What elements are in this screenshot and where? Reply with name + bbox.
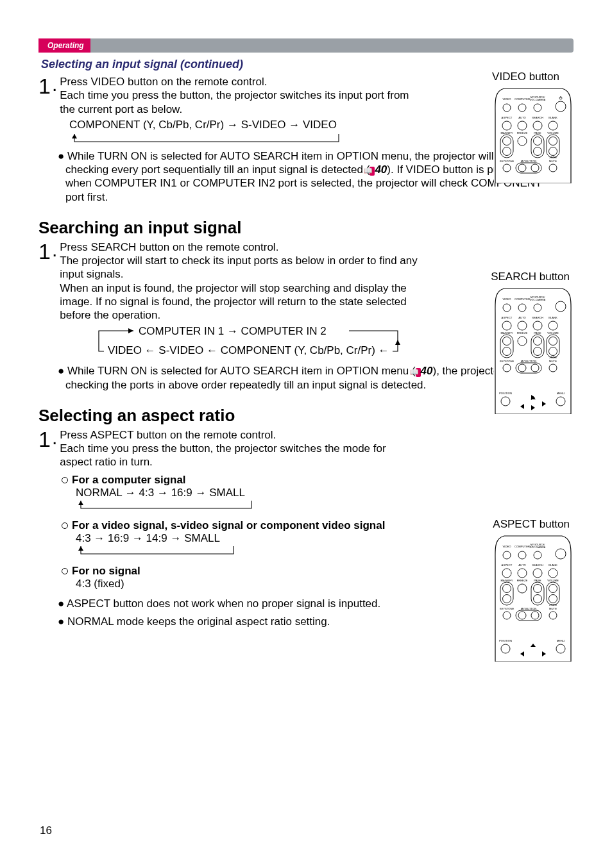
svg-text:COMPUTER IN 1 → COMPUTER IN 2: COMPUTER IN 1 → COMPUTER IN 2 — [139, 325, 327, 337]
svg-point-96 — [503, 595, 511, 603]
svg-text:VIDEO ← S-VIDEO ← COMPONENT (Y: VIDEO ← S-VIDEO ← COMPONENT (Y, Cb/Pb, C… — [108, 344, 389, 356]
svg-text:COMPUTER: COMPUTER — [514, 297, 530, 301]
svg-point-87 — [518, 551, 526, 559]
svg-point-50 — [503, 337, 511, 346]
svg-text:BLANK: BLANK — [548, 116, 557, 119]
svg-point-103 — [549, 595, 557, 603]
remote-label-search: SEARCH button — [491, 271, 570, 283]
section3-bullet1: ● ASPECT button does not work when no pr… — [58, 597, 552, 610]
svg-text:COMPUTER: COMPUTER — [514, 97, 530, 101]
svg-text:POSITION: POSITION — [499, 639, 512, 642]
svg-point-65 — [556, 397, 565, 406]
svg-point-12 — [534, 137, 542, 146]
section3-bullet2: ● NORMAL mode keeps the original aspect … — [58, 615, 552, 628]
svg-point-7 — [548, 121, 557, 130]
svg-text:KEYSTONE: KEYSTONE — [500, 360, 514, 363]
aspect-case-computer: For a computer signal — [62, 473, 574, 487]
svg-point-104 — [503, 612, 511, 619]
section2-title: Searching an input signal — [38, 218, 574, 238]
svg-text:MAGNIFY: MAGNIFY — [500, 579, 513, 582]
svg-point-57 — [549, 337, 557, 346]
svg-text:MUTE: MUTE — [549, 160, 557, 163]
chapter-bar: Operating — [38, 38, 574, 53]
svg-text:PAGE: PAGE — [534, 579, 541, 582]
svg-point-108 — [549, 612, 557, 619]
svg-text:ASPECT: ASPECT — [502, 316, 513, 319]
svg-point-64 — [501, 397, 510, 406]
svg-point-47 — [533, 321, 542, 330]
svg-text:FREEZE: FREEZE — [517, 579, 528, 582]
svg-text:BLANK: BLANK — [548, 563, 557, 567]
svg-text:MENU: MENU — [557, 639, 565, 642]
svg-text:MY BUTTON: MY BUTTON — [521, 360, 537, 363]
step-number: 1 — [38, 240, 51, 262]
svg-text:AUTO: AUTO — [518, 316, 526, 319]
svg-text:FREEZE: FREEZE — [517, 131, 528, 135]
svg-text:MAGNIFY: MAGNIFY — [500, 331, 513, 335]
bullet-circle-icon — [62, 568, 68, 574]
svg-point-91 — [518, 569, 527, 578]
step-number: 1 — [38, 428, 51, 450]
svg-point-100 — [534, 595, 542, 603]
svg-point-13 — [534, 147, 542, 156]
svg-text:AUTO: AUTO — [518, 116, 526, 119]
svg-point-41 — [503, 304, 511, 312]
svg-point-86 — [503, 551, 511, 559]
svg-point-51 — [503, 347, 511, 356]
svg-text:PAGE: PAGE — [534, 131, 541, 135]
section2-loop: COMPUTER IN 1 → COMPUTER IN 2 VIDEO ← S-… — [90, 324, 423, 360]
svg-text:VOLUME: VOLUME — [547, 579, 559, 582]
chapter-label: Operating — [38, 38, 90, 53]
svg-text:KEYSTONE: KEYSTONE — [500, 607, 514, 610]
book-icon: 📖 — [416, 368, 421, 377]
svg-text:POSITION: POSITION — [499, 392, 512, 395]
svg-text:PAGE: PAGE — [534, 331, 541, 335]
svg-point-15 — [549, 137, 557, 146]
svg-point-4 — [502, 121, 511, 130]
svg-text:VIDEO: VIDEO — [502, 545, 511, 548]
remote-diagram-3: VIDEOCOMPUTER MY SOURCE/DOC.CAMERA ASPEC… — [494, 535, 572, 662]
section1-loop-arrow — [69, 133, 377, 144]
svg-point-63 — [549, 364, 557, 372]
svg-text:ZOOM: ZOOM — [549, 356, 556, 359]
svg-point-17 — [503, 147, 511, 156]
remote-diagram-1: VIDEO COMPUTER MY SOURCE/ DOC.CAMERA ASP… — [494, 87, 572, 183]
section3-step1: 1 . Press ASPECT button on the remote co… — [38, 428, 574, 469]
subsection-heading: Selecting an input signal (continued) — [41, 58, 574, 71]
svg-point-102 — [549, 585, 557, 593]
svg-point-10 — [518, 137, 527, 146]
svg-text:BLANK: BLANK — [548, 316, 557, 319]
aspect-loop-1 — [76, 499, 574, 515]
step-dot: . — [52, 432, 57, 444]
svg-point-48 — [548, 321, 557, 330]
svg-text:DOC.CAMERA: DOC.CAMERA — [530, 546, 546, 549]
svg-text:VOLUME: VOLUME — [547, 131, 559, 135]
section1-bullet: ● While TURN ON is selected for AUTO SEA… — [58, 149, 552, 204]
svg-point-93 — [548, 569, 557, 578]
svg-point-106 — [518, 612, 526, 619]
section1-sequence: COMPONENT (Y, Cb/Pb, Cr/Pr) → S-VIDEO → … — [69, 119, 429, 131]
svg-text:ASPECT: ASPECT — [502, 563, 513, 567]
svg-point-97 — [518, 584, 527, 593]
svg-point-89 — [556, 549, 566, 559]
svg-text:KEYSTONE: KEYSTONE — [500, 160, 514, 163]
svg-point-42 — [518, 304, 526, 312]
remote-label-video: VIDEO button — [492, 71, 559, 83]
svg-point-5 — [518, 121, 527, 130]
svg-point-20 — [518, 164, 526, 172]
aspect-seq-computer: NORMAL → 4:3 → 16:9 → SMALL — [76, 487, 574, 499]
svg-text:COMPUTER: COMPUTER — [514, 545, 530, 548]
remote-label-aspect: ASPECT button — [493, 518, 570, 531]
step-dot: . — [52, 244, 57, 256]
svg-point-54 — [534, 337, 542, 346]
svg-text:MAGNIFY: MAGNIFY — [500, 131, 513, 135]
svg-point-0 — [503, 104, 511, 112]
svg-point-21 — [531, 164, 539, 172]
svg-text:ASPECT: ASPECT — [502, 116, 513, 119]
section2-bullet: ● While TURN ON is selected for AUTO SEA… — [58, 364, 552, 392]
svg-point-1 — [518, 104, 526, 112]
svg-text:FREEZE: FREEZE — [517, 331, 528, 335]
svg-text:MENU: MENU — [557, 392, 565, 395]
svg-point-18 — [503, 164, 511, 172]
svg-point-44 — [556, 301, 566, 312]
